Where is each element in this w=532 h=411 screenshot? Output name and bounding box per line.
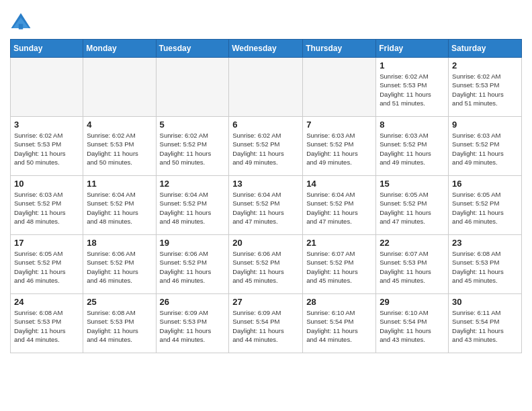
- day-info: Sunrise: 6:05 AM Sunset: 5:52 PM Dayligh…: [452, 190, 518, 226]
- day-number: 17: [14, 238, 79, 248]
- day-number: 1: [380, 60, 445, 71]
- day-info: Sunrise: 6:02 AM Sunset: 5:52 PM Dayligh…: [160, 131, 226, 167]
- day-info: Sunrise: 6:06 AM Sunset: 5:52 PM Dayligh…: [87, 249, 152, 285]
- day-number: 26: [160, 297, 226, 307]
- calendar-cell: 26Sunrise: 6:09 AM Sunset: 5:53 PM Dayli…: [156, 294, 229, 353]
- day-number: 7: [306, 120, 372, 130]
- week-row: 10Sunrise: 6:03 AM Sunset: 5:52 PM Dayli…: [11, 176, 522, 235]
- day-info: Sunrise: 6:06 AM Sunset: 5:52 PM Dayligh…: [232, 249, 299, 285]
- calendar-cell: 8Sunrise: 6:03 AM Sunset: 5:52 PM Daylig…: [376, 117, 449, 176]
- calendar-cell: 13Sunrise: 6:04 AM Sunset: 5:52 PM Dayli…: [229, 176, 303, 235]
- weekday-header: Friday: [376, 40, 449, 58]
- day-info: Sunrise: 6:08 AM Sunset: 5:53 PM Dayligh…: [14, 308, 79, 344]
- calendar-cell: 17Sunrise: 6:05 AM Sunset: 5:52 PM Dayli…: [11, 235, 83, 294]
- day-info: Sunrise: 6:05 AM Sunset: 5:52 PM Dayligh…: [14, 249, 79, 285]
- calendar-cell: 11Sunrise: 6:04 AM Sunset: 5:52 PM Dayli…: [83, 176, 156, 235]
- day-info: Sunrise: 6:03 AM Sunset: 5:52 PM Dayligh…: [306, 131, 372, 167]
- calendar-cell: 10Sunrise: 6:03 AM Sunset: 5:52 PM Dayli…: [11, 176, 83, 235]
- day-number: 2: [452, 60, 518, 71]
- day-info: Sunrise: 6:08 AM Sunset: 5:53 PM Dayligh…: [87, 308, 152, 344]
- day-info: Sunrise: 6:02 AM Sunset: 5:52 PM Dayligh…: [232, 131, 299, 167]
- calendar-cell: 23Sunrise: 6:08 AM Sunset: 5:53 PM Dayli…: [449, 235, 522, 294]
- day-info: Sunrise: 6:04 AM Sunset: 5:52 PM Dayligh…: [306, 190, 372, 226]
- calendar-cell: 19Sunrise: 6:06 AM Sunset: 5:52 PM Dayli…: [156, 235, 229, 294]
- weekday-header: Tuesday: [156, 40, 229, 58]
- day-info: Sunrise: 6:02 AM Sunset: 5:53 PM Dayligh…: [452, 72, 518, 107]
- calendar-cell: 14Sunrise: 6:04 AM Sunset: 5:52 PM Dayli…: [303, 176, 376, 235]
- day-number: 23: [452, 238, 518, 248]
- day-number: 8: [380, 120, 445, 130]
- calendar-table: SundayMondayTuesdayWednesdayThursdayFrid…: [10, 39, 522, 353]
- calendar-cell: 3Sunrise: 6:02 AM Sunset: 5:53 PM Daylig…: [11, 117, 83, 176]
- day-info: Sunrise: 6:09 AM Sunset: 5:53 PM Dayligh…: [160, 308, 226, 344]
- day-number: 24: [14, 297, 79, 307]
- day-number: 21: [306, 238, 372, 248]
- page: SundayMondayTuesdayWednesdayThursdayFrid…: [0, 0, 532, 363]
- logo: [10, 12, 34, 34]
- calendar-cell: [83, 58, 156, 117]
- day-info: Sunrise: 6:03 AM Sunset: 5:52 PM Dayligh…: [452, 131, 518, 167]
- day-number: 15: [380, 179, 445, 189]
- day-info: Sunrise: 6:11 AM Sunset: 5:54 PM Dayligh…: [452, 308, 518, 344]
- day-info: Sunrise: 6:09 AM Sunset: 5:54 PM Dayligh…: [232, 308, 299, 344]
- day-number: 6: [232, 120, 299, 130]
- day-number: 30: [452, 297, 518, 307]
- calendar-cell: 25Sunrise: 6:08 AM Sunset: 5:53 PM Dayli…: [83, 294, 156, 353]
- day-info: Sunrise: 6:03 AM Sunset: 5:52 PM Dayligh…: [380, 131, 445, 167]
- day-number: 12: [160, 179, 226, 189]
- calendar-cell: 1Sunrise: 6:02 AM Sunset: 5:53 PM Daylig…: [376, 58, 449, 117]
- weekday-header: Monday: [83, 40, 156, 58]
- day-number: 27: [232, 297, 299, 307]
- day-info: Sunrise: 6:10 AM Sunset: 5:54 PM Dayligh…: [380, 308, 445, 344]
- calendar-cell: 18Sunrise: 6:06 AM Sunset: 5:52 PM Dayli…: [83, 235, 156, 294]
- day-number: 11: [87, 179, 152, 189]
- day-info: Sunrise: 6:06 AM Sunset: 5:52 PM Dayligh…: [160, 249, 226, 285]
- logo-icon: [10, 12, 32, 34]
- day-info: Sunrise: 6:07 AM Sunset: 5:52 PM Dayligh…: [306, 249, 372, 285]
- header: [10, 7, 522, 34]
- calendar-cell: [11, 58, 83, 117]
- day-number: 29: [380, 297, 445, 307]
- calendar-cell: 22Sunrise: 6:07 AM Sunset: 5:53 PM Dayli…: [376, 235, 449, 294]
- day-info: Sunrise: 6:02 AM Sunset: 5:53 PM Dayligh…: [87, 131, 152, 167]
- calendar-header-row: SundayMondayTuesdayWednesdayThursdayFrid…: [11, 40, 522, 58]
- calendar-cell: 4Sunrise: 6:02 AM Sunset: 5:53 PM Daylig…: [83, 117, 156, 176]
- calendar-cell: 24Sunrise: 6:08 AM Sunset: 5:53 PM Dayli…: [11, 294, 83, 353]
- calendar-cell: 15Sunrise: 6:05 AM Sunset: 5:52 PM Dayli…: [376, 176, 449, 235]
- week-row: 3Sunrise: 6:02 AM Sunset: 5:53 PM Daylig…: [11, 117, 522, 176]
- calendar-cell: 6Sunrise: 6:02 AM Sunset: 5:52 PM Daylig…: [229, 117, 303, 176]
- day-number: 16: [452, 179, 518, 189]
- week-row: 17Sunrise: 6:05 AM Sunset: 5:52 PM Dayli…: [11, 235, 522, 294]
- calendar-cell: 16Sunrise: 6:05 AM Sunset: 5:52 PM Dayli…: [449, 176, 522, 235]
- day-number: 18: [87, 238, 152, 248]
- calendar-cell: 28Sunrise: 6:10 AM Sunset: 5:54 PM Dayli…: [303, 294, 376, 353]
- weekday-header: Thursday: [303, 40, 376, 58]
- day-info: Sunrise: 6:10 AM Sunset: 5:54 PM Dayligh…: [306, 308, 372, 344]
- calendar-cell: [156, 58, 229, 117]
- day-info: Sunrise: 6:03 AM Sunset: 5:52 PM Dayligh…: [14, 190, 79, 226]
- week-row: 24Sunrise: 6:08 AM Sunset: 5:53 PM Dayli…: [11, 294, 522, 353]
- calendar-cell: 9Sunrise: 6:03 AM Sunset: 5:52 PM Daylig…: [449, 117, 522, 176]
- day-info: Sunrise: 6:07 AM Sunset: 5:53 PM Dayligh…: [380, 249, 445, 285]
- day-number: 25: [87, 297, 152, 307]
- week-row: 1Sunrise: 6:02 AM Sunset: 5:53 PM Daylig…: [11, 58, 522, 117]
- calendar-cell: 2Sunrise: 6:02 AM Sunset: 5:53 PM Daylig…: [449, 58, 522, 117]
- day-info: Sunrise: 6:04 AM Sunset: 5:52 PM Dayligh…: [87, 190, 152, 226]
- day-number: 28: [306, 297, 372, 307]
- weekday-header: Sunday: [11, 40, 83, 58]
- day-info: Sunrise: 6:05 AM Sunset: 5:52 PM Dayligh…: [380, 190, 445, 226]
- calendar-cell: 20Sunrise: 6:06 AM Sunset: 5:52 PM Dayli…: [229, 235, 303, 294]
- day-number: 3: [14, 120, 79, 130]
- day-number: 10: [14, 179, 79, 189]
- weekday-header: Saturday: [449, 40, 522, 58]
- day-info: Sunrise: 6:04 AM Sunset: 5:52 PM Dayligh…: [232, 190, 299, 226]
- calendar-cell: 7Sunrise: 6:03 AM Sunset: 5:52 PM Daylig…: [303, 117, 376, 176]
- day-number: 14: [306, 179, 372, 189]
- day-info: Sunrise: 6:02 AM Sunset: 5:53 PM Dayligh…: [14, 131, 79, 167]
- day-number: 4: [87, 120, 152, 130]
- calendar-cell: [303, 58, 376, 117]
- day-info: Sunrise: 6:02 AM Sunset: 5:53 PM Dayligh…: [380, 72, 445, 107]
- calendar-cell: [229, 58, 303, 117]
- svg-rect-2: [19, 24, 23, 30]
- day-number: 22: [380, 238, 445, 248]
